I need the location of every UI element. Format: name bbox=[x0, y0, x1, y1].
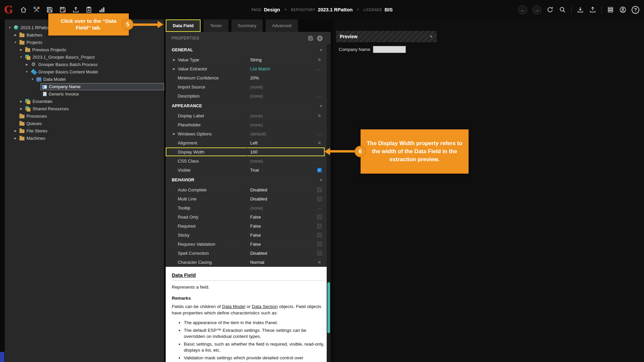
property-value[interactable]: String bbox=[247, 55, 314, 64]
property-section-appearance[interactable]: APPEARANCE bbox=[166, 101, 331, 111]
property-row-placeholder[interactable]: Placeholder(none) bbox=[166, 120, 325, 129]
tree-item-generic-invoice[interactable]: Generic Invoice bbox=[5, 90, 164, 98]
publish-icon[interactable] bbox=[72, 6, 79, 13]
property-row-description[interactable]: Description(none) bbox=[166, 92, 325, 101]
property-value[interactable]: Disabled bbox=[247, 185, 314, 194]
tab-advanced[interactable]: Advanced bbox=[266, 19, 298, 32]
tree-item-body[interactable]: 2023.1_Grooper-Basics_Project bbox=[23, 54, 164, 61]
search-icon[interactable] bbox=[559, 6, 566, 13]
checkbox-cell[interactable] bbox=[314, 242, 325, 246]
expand-arrow-icon[interactable] bbox=[13, 137, 18, 140]
ellipsis-button[interactable] bbox=[314, 66, 325, 71]
property-value[interactable]: False bbox=[247, 240, 314, 248]
menu-icon[interactable] bbox=[314, 113, 325, 118]
expand-arrow-icon[interactable] bbox=[19, 107, 23, 110]
tree-item-projects[interactable]: Projects bbox=[5, 39, 164, 46]
collapse-arrow-icon[interactable] bbox=[7, 26, 12, 29]
row-expand-icon[interactable] bbox=[173, 67, 178, 70]
expand-arrow-icon[interactable] bbox=[13, 34, 18, 37]
tree-item-grooper-basics-content-model[interactable]: Grooper Basics Content Model bbox=[5, 68, 164, 75]
tree-item-body[interactable]: Shared Resources bbox=[23, 105, 164, 112]
property-value[interactable]: List Match bbox=[247, 64, 314, 73]
tree-item-data-model[interactable]: Data Model bbox=[5, 75, 164, 83]
checkbox-unchecked-icon[interactable] bbox=[317, 251, 322, 255]
back-icon[interactable] bbox=[518, 5, 527, 14]
tree-item-grooper-basics-batch-process[interactable]: Grooper Basics Batch Process bbox=[5, 61, 164, 68]
property-value[interactable]: 20% bbox=[247, 73, 314, 82]
tree-item-shared-resources[interactable]: Shared Resources bbox=[5, 105, 164, 112]
tree-item-body[interactable]: Previous Projects bbox=[23, 46, 164, 53]
property-row-tooltip[interactable]: Tooltip(none) bbox=[166, 203, 325, 213]
tree-selected-item[interactable]: Company Name bbox=[41, 83, 164, 90]
property-value[interactable]: Disabled bbox=[247, 249, 314, 257]
home-icon[interactable] bbox=[20, 6, 27, 13]
property-row-value-extractor[interactable]: Value ExtractorList Match bbox=[166, 64, 325, 73]
property-value[interactable]: Left bbox=[247, 138, 314, 147]
property-value[interactable]: (none) bbox=[247, 111, 314, 120]
tree-item-body[interactable]: Grooper Basics Content Model bbox=[29, 68, 164, 75]
tree-item-body[interactable]: Queues bbox=[18, 120, 164, 127]
tree-item-queues[interactable]: Queues bbox=[5, 120, 164, 127]
ellipsis-button[interactable] bbox=[314, 205, 325, 210]
preview-header[interactable]: Preview bbox=[336, 31, 437, 42]
checkbox-cell[interactable] bbox=[314, 215, 325, 219]
checkbox-unchecked-icon[interactable] bbox=[317, 188, 322, 192]
page-value[interactable]: Design bbox=[264, 7, 280, 12]
property-row-read-only[interactable]: Read OnlyFalse bbox=[166, 213, 325, 222]
tree-item-2023-1-grooper-basics-project[interactable]: 2023.1_Grooper-Basics_Project bbox=[5, 53, 164, 61]
property-section-general[interactable]: GENERAL bbox=[166, 45, 331, 55]
property-value[interactable]: (none) bbox=[247, 203, 314, 212]
save-all-icon[interactable] bbox=[59, 6, 66, 13]
checkbox-checked-icon[interactable] bbox=[317, 168, 322, 172]
stats-icon[interactable] bbox=[98, 6, 106, 13]
property-row-display-width[interactable]: Display Width100 bbox=[166, 147, 325, 157]
save-properties-icon[interactable] bbox=[308, 35, 314, 41]
tree-item-body[interactable]: Generic Invoice bbox=[41, 90, 164, 98]
expand-arrow-icon[interactable] bbox=[19, 48, 23, 51]
checkbox-unchecked-icon[interactable] bbox=[317, 215, 322, 219]
ellipsis-button[interactable] bbox=[314, 94, 325, 98]
property-row-auto-complete[interactable]: Auto CompleteDisabled bbox=[166, 185, 325, 194]
tree-item-body[interactable]: Projects bbox=[18, 39, 164, 46]
checkbox-cell[interactable] bbox=[314, 224, 325, 228]
doc-link-data-section[interactable]: Data Section bbox=[252, 304, 278, 309]
expand-arrow-icon[interactable] bbox=[13, 129, 18, 132]
checkbox-unchecked-icon[interactable] bbox=[317, 224, 322, 228]
collapse-arrow-icon[interactable] bbox=[30, 78, 35, 81]
refresh-icon[interactable] bbox=[546, 6, 554, 13]
property-row-windows-options[interactable]: Windows Options(default) bbox=[166, 129, 325, 138]
property-row-minimum-confidence[interactable]: Minimum Confidence20% bbox=[166, 73, 325, 82]
property-row-character-casing[interactable]: Character CasingNormal bbox=[166, 258, 325, 267]
property-section-behavior[interactable]: BEHAVIOR bbox=[166, 175, 331, 185]
checkbox-unchecked-icon[interactable] bbox=[317, 233, 322, 237]
property-row-required[interactable]: RequiredFalse bbox=[166, 222, 325, 231]
tree-item-machines[interactable]: Machines bbox=[5, 134, 164, 142]
save-icon[interactable] bbox=[46, 6, 53, 13]
property-value[interactable]: False bbox=[247, 222, 314, 230]
menu-icon[interactable] bbox=[314, 57, 325, 62]
tree-item-body[interactable]: Grooper Basics Batch Process bbox=[29, 61, 164, 68]
grooper-logo[interactable]: G bbox=[4, 5, 13, 15]
menu-icon[interactable] bbox=[314, 140, 325, 145]
property-value[interactable]: 100 bbox=[247, 147, 314, 156]
checkbox-cell[interactable] bbox=[314, 233, 325, 237]
checkbox-unchecked-icon[interactable] bbox=[317, 242, 322, 246]
repository-value[interactable]: 2023.1 RPatton bbox=[318, 7, 353, 12]
property-value[interactable]: Normal bbox=[247, 258, 314, 266]
tree-item-file-stores[interactable]: File Stores bbox=[5, 127, 164, 134]
tree-item-essentials[interactable]: Essentials bbox=[5, 98, 164, 105]
property-value[interactable]: (none) bbox=[247, 120, 314, 129]
collapse-arrow-icon[interactable] bbox=[13, 41, 18, 44]
tree-item-body[interactable]: Data Model bbox=[35, 76, 164, 83]
property-row-multi-line[interactable]: Multi LineDisabled bbox=[166, 194, 325, 203]
tree-item-body[interactable]: Machines bbox=[18, 135, 164, 142]
tree-item-previous-projects[interactable]: Previous Projects bbox=[5, 46, 164, 53]
property-value[interactable]: False bbox=[247, 213, 314, 221]
row-expand-icon[interactable] bbox=[173, 132, 178, 135]
help-icon[interactable] bbox=[632, 6, 639, 14]
property-row-css-class[interactable]: CSS Class(none) bbox=[166, 157, 325, 166]
checkbox-unchecked-icon[interactable] bbox=[317, 197, 322, 201]
scrollbar-thumb[interactable] bbox=[327, 282, 330, 333]
property-value[interactable]: Disabled bbox=[247, 194, 314, 203]
ellipsis-button[interactable] bbox=[314, 131, 325, 136]
